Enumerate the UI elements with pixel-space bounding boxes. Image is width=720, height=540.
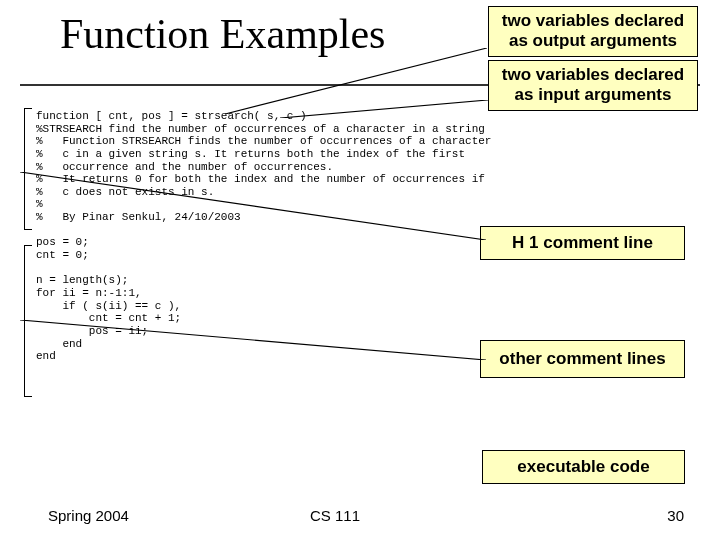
footer-left: Spring 2004	[48, 507, 129, 524]
footer-page-number: 30	[667, 507, 684, 524]
bracket-comments	[24, 108, 32, 230]
code-block: function [ cnt, pos ] = strsearch( s, c …	[36, 110, 491, 363]
footer-center: CS 111	[310, 507, 360, 524]
callout-output-args: two variables declared as output argumen…	[488, 6, 698, 57]
callout-other-comments: other comment lines	[480, 340, 685, 378]
callout-h1-comment: H 1 comment line	[480, 226, 685, 260]
callout-executable: executable code	[482, 450, 685, 484]
callout-input-args: two variables declared as input argument…	[488, 60, 698, 111]
bracket-executable	[24, 245, 32, 397]
